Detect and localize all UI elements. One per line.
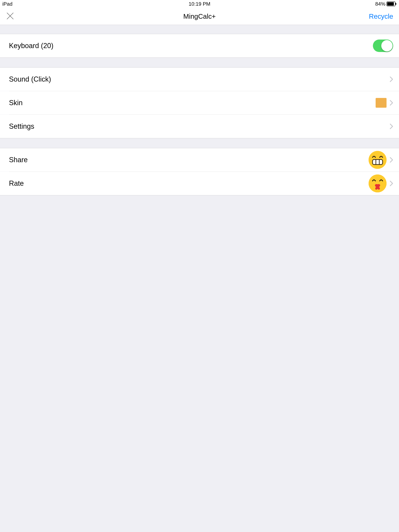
row-keyboard-label: Keyboard (20) [9,42,53,50]
row-sound-label: Sound (Click) [9,75,51,83]
kiss-emoji-icon [369,174,386,192]
section-keyboard: Keyboard (20) [0,34,399,58]
chevron-right-icon [390,157,393,163]
status-time: 10:19 PM [134,1,265,7]
row-share-label: Share [9,156,28,164]
row-rate[interactable]: Rate [0,172,399,195]
svg-rect-1 [387,2,394,6]
status-device-label: iPad [2,1,134,7]
status-battery-pct: 84% [375,1,385,7]
skin-color-swatch [376,98,386,108]
row-share[interactable]: Share [0,148,399,171]
status-bar: iPad 10:19 PM 84% [0,0,399,8]
row-skin[interactable]: Skin [0,91,399,114]
nav-bar: MingCalc+ Recycle [0,8,399,25]
svg-rect-6 [373,159,383,165]
section-community: Share Rate [0,148,399,195]
nav-title: MingCalc+ [135,13,264,20]
svg-point-9 [369,174,386,192]
chevron-right-icon [390,76,393,82]
chevron-right-icon [390,100,393,106]
row-keyboard: Keyboard (20) [0,34,399,57]
row-settings[interactable]: Settings [0,115,399,138]
chevron-right-icon [390,181,393,186]
grin-emoji-icon [369,151,386,169]
close-button[interactable] [6,12,14,21]
battery-icon [386,1,397,6]
chevron-right-icon [390,123,393,129]
row-rate-label: Rate [9,179,24,188]
row-sound[interactable]: Sound (Click) [0,68,399,91]
row-settings-label: Settings [9,122,34,130]
keyboard-toggle[interactable] [373,39,393,52]
status-right: 84% [265,1,397,7]
recycle-button[interactable]: Recycle [369,13,393,20]
row-skin-label: Skin [9,99,23,107]
section-preferences: Sound (Click) Skin Settings [0,67,399,138]
svg-rect-2 [395,3,396,5]
